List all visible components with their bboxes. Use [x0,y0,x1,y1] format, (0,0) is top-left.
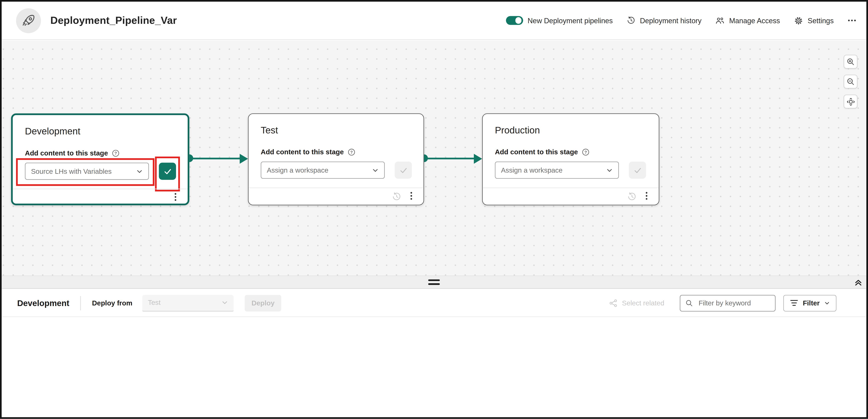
pan-arrows-icon [846,97,855,106]
more-options-button[interactable] [847,16,857,25]
deploy-button[interactable]: Deploy [245,295,281,311]
workspace-dropdown-placeholder: Assign a workspace [501,166,563,174]
deploy-from-dropdown[interactable]: Test [143,295,234,311]
deploy-from-label: Deploy from [92,299,132,307]
svg-text:?: ? [115,151,117,156]
assign-confirm-button-disabled[interactable] [395,162,412,179]
settings-label: Settings [808,16,834,25]
panel-splitter[interactable] [2,276,866,289]
zoom-out-icon [846,77,855,86]
card-divider [483,188,659,188]
annotation-box-confirm [155,157,180,192]
search-input[interactable] [698,298,770,308]
share-nodes-icon [609,298,618,308]
stage-more-button[interactable] [172,192,179,201]
zoom-in-button[interactable] [844,55,857,68]
select-related-button[interactable]: Select related [609,298,664,308]
svg-text:?: ? [350,150,353,155]
checkmark-icon [632,165,643,175]
stage-title: Production [495,125,540,136]
chevron-down-icon [824,300,830,305]
collapse-panel-button[interactable] [854,278,863,287]
selected-stage-title: Development [17,298,69,308]
card-divider [13,189,188,189]
new-pipelines-toggle-group: New Deployment pipelines [506,16,613,25]
toolbar-divider [80,296,81,310]
splitter-handle[interactable] [428,280,440,285]
deployment-history-button[interactable]: Deployment history [627,16,702,25]
svg-text:?: ? [584,150,587,155]
zoom-out-button[interactable] [844,75,857,89]
help-icon: ? [347,148,355,156]
chevron-down-icon [372,167,379,173]
stage-more-button[interactable] [407,192,415,200]
filter-lines-icon [790,299,798,307]
chevron-down-icon [606,167,613,173]
page-title: Deployment_Pipeline_Var [51,14,177,27]
fit-view-button[interactable] [844,95,857,108]
toggle-knob [515,17,521,24]
stage-card-development[interactable]: Development Add content to this stage ? … [11,114,189,205]
deploy-toolbar: Development Deploy from Test Deploy Sele… [2,289,866,317]
history-icon [627,16,636,25]
stage-card-production[interactable]: Production Add content to this stage ? A… [482,114,659,205]
toggle-label: New Deployment pipelines [528,16,613,25]
filter-button[interactable]: Filter [783,295,836,311]
assign-confirm-button-disabled[interactable] [629,162,646,179]
stage-title: Test [261,125,278,136]
help-icon: ? [582,148,590,156]
manage-access-label: Manage Access [729,16,780,25]
add-content-label: Add content to this stage ? [495,148,590,156]
people-icon [715,16,725,25]
deployment-history-label: Deployment history [640,16,702,25]
stage-content-empty-area [2,317,866,417]
connector-arrowhead [240,154,248,164]
stage-title: Development [25,126,81,137]
stage-history-icon[interactable] [392,192,401,201]
search-icon [685,299,693,307]
select-related-label: Select related [622,299,664,307]
chevron-down-icon [221,299,228,306]
checkmark-icon [398,165,408,175]
connector-arrowhead [474,154,482,164]
card-divider [249,188,423,188]
canvas-zoom-controls [844,55,857,108]
workspace-dropdown-placeholder: Assign a workspace [267,166,329,174]
annotation-box-dropdown [16,158,155,186]
help-icon: ? [112,149,120,157]
pipeline-canvas[interactable]: Development Add content to this stage ? … [2,40,866,276]
stage-card-test[interactable]: Test Add content to this stage ? Assign … [248,114,424,205]
stage-more-button[interactable] [643,192,650,200]
rocket-icon [21,13,36,28]
pipeline-avatar [16,8,41,33]
connector-line [425,157,475,159]
workspace-dropdown[interactable]: Assign a workspace [495,162,619,179]
keyword-search [680,295,775,311]
manage-access-button[interactable]: Manage Access [715,16,780,25]
deployment-pipeline-window: Deployment_Pipeline_Var New Deployment p… [0,0,868,419]
header-actions: New Deployment pipelines Deployment hist… [506,16,857,25]
zoom-in-icon [846,58,855,66]
stage-history-icon[interactable] [627,192,637,201]
header: Deployment_Pipeline_Var New Deployment p… [2,2,866,40]
ellipsis-icon [847,16,857,25]
connector-line [190,157,241,159]
deploy-from-value: Test [148,299,160,307]
add-content-label: Add content to this stage ? [25,149,120,157]
workspace-dropdown[interactable]: Assign a workspace [261,162,385,179]
settings-button[interactable]: Settings [794,16,834,25]
filter-label: Filter [803,299,820,307]
new-pipelines-toggle[interactable] [506,16,523,25]
add-content-label: Add content to this stage ? [261,148,355,156]
gear-icon [794,16,803,25]
